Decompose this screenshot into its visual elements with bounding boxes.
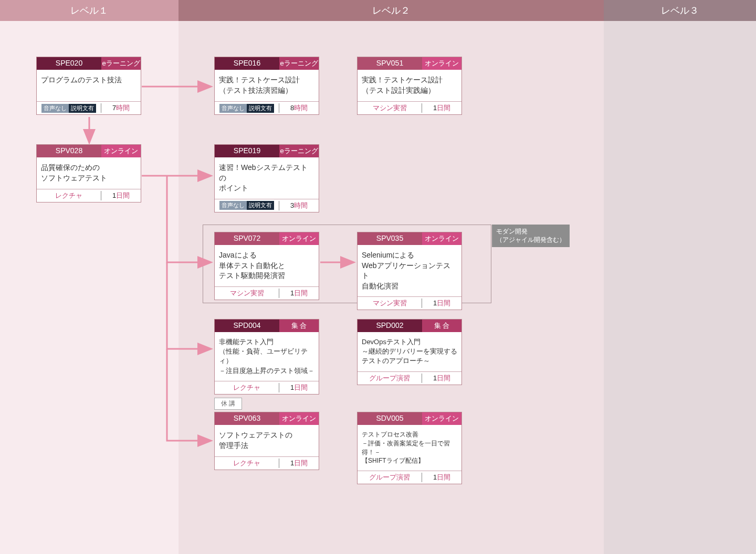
- level-2-header: レベル２: [178, 0, 604, 21]
- group-label: モダン開発 （アジャイル開発含む）: [492, 225, 570, 247]
- course-tag: eラーニング: [101, 57, 141, 70]
- column-level-2: レベル２ モダン開発 （アジャイル開発含む） SPE016eラーニング 実践！テ…: [178, 0, 604, 554]
- level-3-header: レベル３: [604, 0, 756, 21]
- level-1-header: レベル１: [0, 0, 178, 21]
- card-spv028[interactable]: SPV028 オンライン 品質確保のための ソフトウェアテスト レクチャ 1日間: [36, 144, 141, 203]
- card-spd002[interactable]: SPD002集 合 DevOpsテスト入門～継続的デリバリーを実現するテストのア…: [357, 319, 462, 385]
- card-spe016[interactable]: SPE016eラーニング 実践！テストケース設計（テスト技法演習編） 音声なし説…: [214, 57, 319, 115]
- card-spv051[interactable]: SPV051オンライン 実践！テストケース設計（テスト設計実践編） マシン実習1…: [357, 57, 462, 115]
- card-spd004[interactable]: SPD004集 合 非機能テスト入門（性能・負荷、ユーザビリティ）－注目度急上昇…: [214, 319, 319, 395]
- duration-unit: 時間: [116, 104, 130, 112]
- column-level-3: レベル３: [604, 0, 756, 554]
- lesson-type: レクチャ: [37, 189, 101, 202]
- course-title: プログラムのテスト技法: [37, 70, 141, 101]
- level-columns: レベル１ SPE020 eラーニング プログラムのテスト技法 音声なし 説明文有…: [0, 0, 756, 554]
- column-level-1: レベル１ SPE020 eラーニング プログラムのテスト技法 音声なし 説明文有…: [0, 0, 178, 554]
- suspended-badge: 休 講: [214, 398, 242, 410]
- audio-badge: 音声なし: [41, 104, 69, 113]
- course-code: SPE020: [37, 57, 101, 70]
- desc-badge: 説明文有: [69, 104, 96, 113]
- card-head: SPE020 eラーニング: [37, 57, 141, 70]
- card-spe020[interactable]: SPE020 eラーニング プログラムのテスト技法 音声なし 説明文有 7時間: [36, 57, 141, 115]
- card-footer: レクチャ 1日間: [37, 189, 141, 202]
- card-spe019[interactable]: SPE019eラーニング 速習！Webシステムテストのポイント 音声なし説明文有…: [214, 144, 319, 212]
- card-spv063[interactable]: SPV063オンライン ソフトウェアテストの管理手法 レクチャ1日間: [214, 412, 319, 470]
- course-code: SPV028: [37, 145, 101, 157]
- card-spv072[interactable]: SPV072オンライン Javaによる単体テスト自動化とテスト駆動開発演習 マシ…: [214, 232, 319, 300]
- course-tag: オンライン: [101, 145, 141, 157]
- card-footer: 音声なし 説明文有 7時間: [37, 101, 141, 114]
- card-spv035[interactable]: SPV035オンライン SeleniumによるWebアプリケーションテスト自動化…: [357, 232, 462, 310]
- card-sdv005[interactable]: SDV005オンライン テストプロセス改善－評価・改善案策定を一日で習得！－【S…: [357, 412, 462, 484]
- course-title: 品質確保のための ソフトウェアテスト: [37, 157, 141, 189]
- card-head: SPV028 オンライン: [37, 145, 141, 157]
